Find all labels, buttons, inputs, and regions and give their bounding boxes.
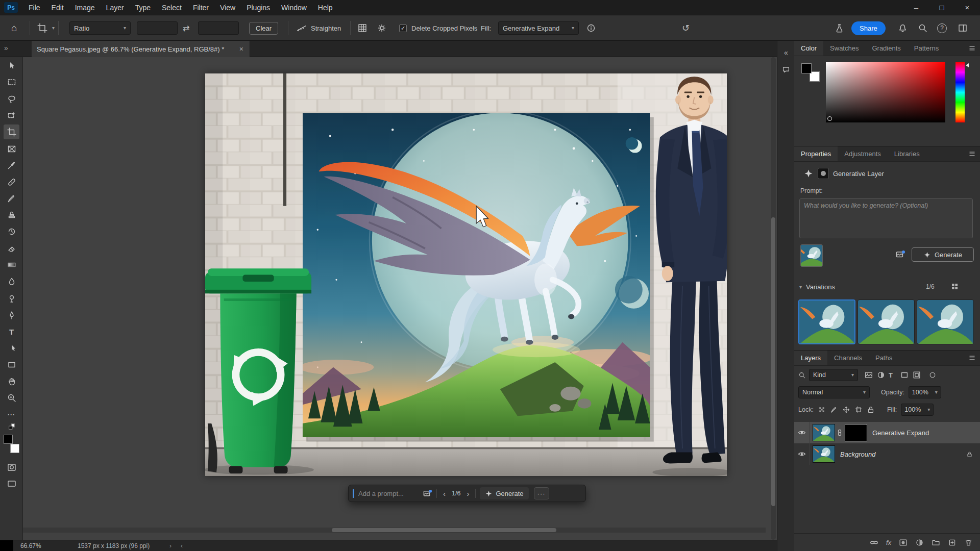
- quick-mask-button[interactable]: [4, 460, 19, 474]
- menu-layer[interactable]: Layer: [101, 0, 130, 15]
- layer-style-icon[interactable]: fx: [886, 539, 891, 546]
- crop-tool[interactable]: [4, 124, 19, 139]
- add-mask-icon[interactable]: [899, 538, 908, 547]
- status-collapse-icon[interactable]: ‹: [181, 540, 183, 551]
- tab-gradients[interactable]: Gradients: [865, 41, 907, 56]
- foreground-color-swatch[interactable]: [4, 435, 13, 444]
- document-canvas[interactable]: [205, 73, 727, 476]
- fill-value-box[interactable]: 100% ▾: [901, 404, 934, 416]
- fill-mode-select[interactable]: Generative Expand ▾: [498, 21, 579, 35]
- lock-position-icon[interactable]: [842, 406, 850, 414]
- beta-features-button[interactable]: [834, 15, 845, 41]
- menu-help[interactable]: Help: [312, 0, 338, 15]
- hue-slider[interactable]: [955, 62, 965, 122]
- saturation-brightness-field[interactable]: [826, 62, 945, 122]
- tab-channels[interactable]: Channels: [827, 350, 869, 365]
- layer-name[interactable]: Generative Expand: [872, 429, 929, 437]
- zoom-tool[interactable]: [4, 390, 19, 405]
- crop-settings-button[interactable]: [377, 15, 387, 41]
- hue-slider-marker[interactable]: [966, 63, 969, 67]
- help-button[interactable]: ?: [937, 15, 947, 41]
- delete-layer-icon[interactable]: [964, 538, 973, 547]
- panel-menu-icon[interactable]: [964, 41, 980, 56]
- layer-row-background[interactable]: Background: [794, 443, 980, 465]
- info-button[interactable]: [586, 15, 596, 41]
- workspace-button[interactable]: [958, 15, 968, 41]
- tab-adjustments[interactable]: Adjustments: [838, 146, 888, 161]
- lasso-tool[interactable]: [4, 91, 19, 106]
- foreground-color-swatch[interactable]: [801, 63, 812, 73]
- menu-filter[interactable]: Filter: [187, 0, 214, 15]
- frame-tool[interactable]: [4, 141, 19, 156]
- straighten-button[interactable]: Straighten: [296, 15, 341, 41]
- crop-overlay-options[interactable]: [357, 15, 368, 41]
- maximize-button[interactable]: □: [929, 0, 954, 15]
- collapse-panels-icon[interactable]: «: [780, 47, 792, 58]
- pixel-filter-icon[interactable]: [864, 370, 873, 380]
- zoom-level[interactable]: 66.67%: [20, 540, 41, 551]
- menu-select[interactable]: Select: [156, 0, 187, 15]
- eraser-tool[interactable]: [4, 241, 19, 256]
- swap-dimensions-button[interactable]: ⇄: [183, 15, 189, 41]
- smart-object-filter-icon[interactable]: [912, 370, 921, 380]
- status-expand-icon[interactable]: ›: [169, 540, 172, 551]
- foreground-background-colors[interactable]: [3, 435, 20, 453]
- clear-button[interactable]: Clear: [249, 22, 278, 35]
- crop-tool-preset[interactable]: ▾: [37, 15, 55, 41]
- variations-grid-icon[interactable]: [950, 282, 959, 291]
- blend-mode-select[interactable]: Normal ▾: [798, 386, 870, 398]
- minimize-button[interactable]: –: [903, 0, 929, 15]
- variation-thumbnail-1[interactable]: [798, 299, 855, 344]
- layer-thumbnail[interactable]: [813, 445, 835, 463]
- variations-header[interactable]: ▾ Variations: [799, 283, 835, 291]
- vertical-scrollbar-thumb[interactable]: [771, 217, 775, 506]
- prompt-input[interactable]: [358, 490, 419, 497]
- shape-filter-icon[interactable]: [900, 370, 909, 380]
- reference-image-icon[interactable]: [895, 249, 905, 260]
- menu-view[interactable]: View: [214, 0, 241, 15]
- pen-tool[interactable]: [4, 308, 19, 322]
- link-layers-icon[interactable]: [870, 538, 878, 547]
- lock-all-icon[interactable]: [867, 406, 875, 414]
- layer-thumbnail[interactable]: [813, 424, 835, 441]
- more-options-button[interactable]: ···: [534, 487, 549, 499]
- menu-image[interactable]: Image: [69, 0, 101, 15]
- move-tool[interactable]: [4, 58, 19, 73]
- tab-color[interactable]: Color: [794, 41, 823, 56]
- delete-cropped-option[interactable]: ✓ Delete Cropped Pixels: [399, 15, 477, 41]
- color-field-marker[interactable]: [827, 116, 832, 121]
- close-button[interactable]: ×: [954, 0, 980, 15]
- generated-thumbnail[interactable]: [800, 244, 823, 267]
- previous-variation-button[interactable]: ‹: [441, 489, 448, 498]
- menu-file[interactable]: File: [23, 0, 46, 15]
- adjustment-filter-icon[interactable]: [876, 370, 886, 380]
- horizontal-scrollbar[interactable]: [23, 528, 766, 533]
- crop-height-field[interactable]: [198, 21, 239, 35]
- new-group-icon[interactable]: [932, 538, 940, 547]
- tab-paths[interactable]: Paths: [869, 350, 899, 365]
- screen-mode-button[interactable]: [4, 476, 19, 491]
- reference-image-icon[interactable]: [423, 489, 432, 498]
- history-brush-tool[interactable]: [4, 224, 19, 239]
- opacity-value-box[interactable]: 100% ▾: [909, 386, 941, 398]
- generate-button[interactable]: Generate: [912, 247, 974, 262]
- canvas-area[interactable]: ‹ 1/6 › Generate ···: [23, 57, 777, 540]
- reset-crop-button[interactable]: ↺: [682, 15, 690, 41]
- layer-visibility-toggle[interactable]: [794, 443, 810, 465]
- tab-layers[interactable]: Layers: [794, 350, 827, 365]
- clone-stamp-tool[interactable]: [4, 207, 19, 222]
- crop-width-field[interactable]: [137, 21, 178, 35]
- search-button[interactable]: [918, 15, 928, 41]
- blur-tool[interactable]: [4, 274, 19, 289]
- brush-tool[interactable]: [4, 191, 19, 206]
- default-colors-button[interactable]: [4, 421, 19, 433]
- shape-tool[interactable]: [4, 357, 19, 372]
- type-tool[interactable]: T: [4, 324, 19, 339]
- menu-window[interactable]: Window: [276, 0, 312, 15]
- tab-libraries[interactable]: Libraries: [888, 146, 926, 161]
- edit-toolbar-button[interactable]: ···: [4, 407, 19, 422]
- layer-mask-thumbnail[interactable]: [845, 424, 867, 441]
- healing-brush-tool[interactable]: [4, 174, 19, 189]
- menu-type[interactable]: Type: [130, 0, 156, 15]
- tab-swatches[interactable]: Swatches: [823, 41, 865, 56]
